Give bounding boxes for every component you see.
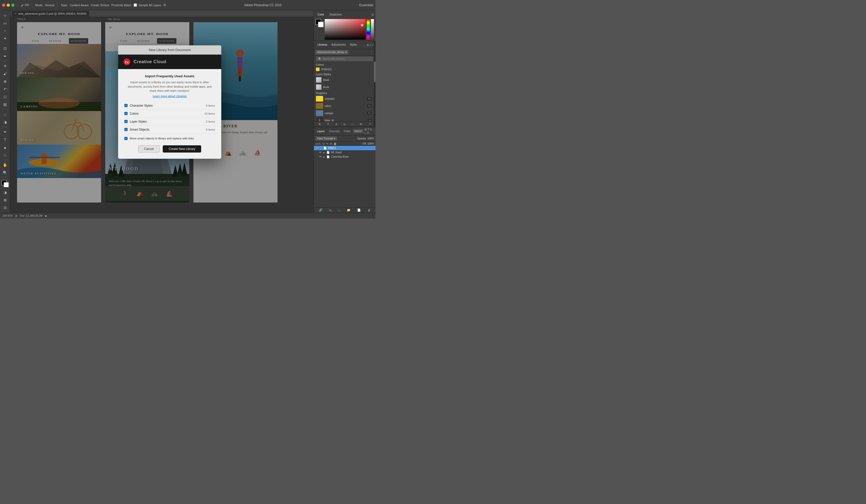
lock-all-icon[interactable]: 🔒	[333, 142, 336, 145]
blend-mode-dropdown[interactable]: Pass Through▾	[315, 136, 337, 141]
new-layer-icon[interactable]: 📄	[357, 208, 361, 212]
magic-wand-tool[interactable]: ✦	[2, 35, 9, 42]
maximize-button[interactable]	[11, 4, 14, 7]
lock-position-icon[interactable]: ⊕	[330, 142, 332, 145]
layers-tab[interactable]: Layers	[315, 129, 326, 134]
layer-index[interactable]: 👁 ▶ 📄 INDEX	[314, 146, 376, 150]
list-view-icon[interactable]: ≡	[369, 44, 371, 46]
layer-colombia-vis[interactable]: 👁	[319, 156, 322, 158]
screen-mode[interactable]: ⊞	[2, 196, 9, 204]
canvas-area[interactable]: INDEX Mt. Hood ≡ EXPLORE MT. HOOD FOOD W…	[10, 17, 314, 213]
smart-objects-checkbox[interactable]	[124, 128, 127, 131]
adjustments-tab[interactable]: Adjustments	[329, 42, 348, 48]
eye-icon[interactable]: 👁	[359, 123, 362, 126]
color-item-yellow[interactable]: #F5D423	[314, 67, 374, 72]
close-icon[interactable]: ✕	[14, 12, 16, 15]
layer-style-book-1[interactable]: Book	[314, 76, 374, 83]
mode-dropdown[interactable]: Normal	[45, 4, 54, 7]
panel-scrollbar[interactable]	[374, 41, 376, 127]
color-alpha-slider[interactable]	[371, 19, 374, 40]
sample-all-layers-check[interactable]: Sample All Layers	[134, 3, 161, 7]
layer-style-book-2[interactable]: Book	[314, 83, 374, 91]
lock-image-icon[interactable]: ✒	[326, 142, 328, 145]
layer-colombia-expand[interactable]: ▶	[323, 156, 325, 158]
type-tool-left[interactable]: T	[2, 136, 9, 143]
move-tool[interactable]: ⊹	[2, 12, 9, 19]
type-library-icon[interactable]: A	[335, 123, 337, 126]
new-group-icon[interactable]: 📁	[347, 208, 351, 212]
scrollbar-thumb[interactable]	[374, 61, 376, 82]
brush-library-icon[interactable]: ✒	[327, 122, 329, 126]
fx-layers-icon[interactable]: fx	[329, 209, 332, 212]
eyedropper-tool[interactable]: ✒	[2, 53, 9, 60]
layer-index-expand[interactable]: ▶	[320, 147, 322, 149]
rect-icon[interactable]: □	[352, 123, 354, 126]
char-styles-checkbox[interactable]	[124, 104, 127, 107]
brush-tool[interactable]: 🖌 100	[21, 4, 29, 7]
close-button[interactable]	[2, 4, 5, 7]
color-hue-slider[interactable]	[367, 19, 370, 40]
layer-mthood[interactable]: 👁 ▶ 📄 Mt. Hood	[314, 150, 376, 154]
marquee-tool[interactable]: ▭	[2, 20, 9, 27]
filter-icons[interactable]: ⊞ T fx □ ⊙	[364, 128, 374, 135]
artboards[interactable]: ⊡	[2, 204, 9, 211]
lock-transparent-icon[interactable]: ⊡	[323, 142, 325, 145]
styles-tab[interactable]: Styles	[348, 42, 359, 48]
layer-styles-checkbox[interactable]	[124, 120, 127, 123]
create-texture-btn[interactable]: Create Texture	[91, 4, 109, 7]
delete-layer-icon[interactable]: 🗑	[368, 209, 370, 212]
grid-view-icon[interactable]: ⊞	[367, 44, 369, 46]
fx-icon[interactable]: fx	[344, 123, 346, 126]
graphic-selected[interactable]: selected Ps	[314, 95, 374, 102]
graphic-camper[interactable]: camper Ps	[314, 110, 374, 117]
libraries-tab[interactable]: Libraries	[315, 42, 329, 48]
path-select-tool[interactable]: ▲	[2, 144, 9, 151]
more-info-arrow[interactable]: ▶	[45, 214, 47, 217]
color-gradient-picker[interactable]	[325, 19, 366, 40]
hand-tool[interactable]: ✋	[2, 161, 9, 169]
settings-icon[interactable]: ⚙	[163, 3, 166, 7]
smart-objects-link-checkbox[interactable]	[124, 137, 127, 140]
heal-tool[interactable]: ✛	[2, 62, 9, 70]
pen-tool[interactable]: ✒	[2, 128, 9, 136]
fill-control[interactable]: Fill: 100%	[363, 142, 374, 145]
crop-tool[interactable]: ⊡	[2, 45, 9, 52]
library-content[interactable]: Colors #F5D423 Layer Styles Book Book G	[314, 62, 376, 121]
expand-icon[interactable]: ⤢	[372, 44, 374, 46]
add-mask-icon[interactable]: □	[338, 209, 340, 212]
zoom-tool[interactable]: 🔍	[2, 169, 9, 176]
proximity-match-btn[interactable]: Proximity Match	[111, 4, 132, 7]
add-to-library-icon[interactable]: ⊕	[319, 122, 321, 126]
layer-colombia[interactable]: 👁 ▶ 📄 Colombia River	[314, 154, 376, 159]
link-layers-icon[interactable]: 🔗	[319, 208, 322, 212]
create-new-library-button[interactable]: Create New Library	[163, 145, 201, 152]
learn-more-link[interactable]: Learn more about Libraries	[124, 94, 215, 98]
gradient-tool[interactable]: ▤	[2, 101, 9, 108]
graphic-riders[interactable]: riders Ps	[314, 102, 374, 110]
channels-tab[interactable]: Channels	[327, 129, 341, 134]
layers-filter-dropdown[interactable]: Kind▾	[353, 129, 363, 133]
minimize-button[interactable]	[7, 4, 10, 7]
opacity-control[interactable]: Opacity: 100%	[357, 137, 374, 140]
swatches-tab[interactable]: Swatches	[327, 11, 344, 18]
shape-tool[interactable]: □	[2, 151, 9, 159]
graphic-hiker-bl[interactable]: 🚶 hiker_bl Ai	[314, 117, 374, 121]
layer-index-vis[interactable]: 👁	[316, 147, 319, 149]
paths-tab[interactable]: Paths	[342, 129, 352, 134]
send-library-icon[interactable]: ↗	[368, 122, 371, 126]
eraser-tool[interactable]: ◻	[2, 93, 9, 100]
history-brush[interactable]: ↶	[2, 85, 9, 93]
layer-mthood-vis[interactable]: 👁	[319, 151, 322, 154]
quick-mask-tool[interactable]: ◑	[2, 189, 9, 196]
color-tab[interactable]: Color	[315, 11, 326, 18]
layer-mthood-expand[interactable]: ▶	[323, 151, 325, 154]
brush-tool-left[interactable]: 🖌	[2, 70, 9, 77]
color-swatches[interactable]	[2, 180, 9, 187]
color-settings-icon[interactable]: ☰	[371, 13, 374, 16]
blur-tool[interactable]: ◌	[2, 111, 9, 118]
dodge-tool[interactable]: ◑	[2, 118, 9, 126]
colors-checkbox[interactable]	[124, 112, 127, 115]
type-dropdown[interactable]: Content-Aware	[70, 4, 89, 7]
lasso-tool[interactable]: ○	[2, 27, 9, 35]
cancel-button[interactable]: Cancel	[138, 145, 160, 152]
